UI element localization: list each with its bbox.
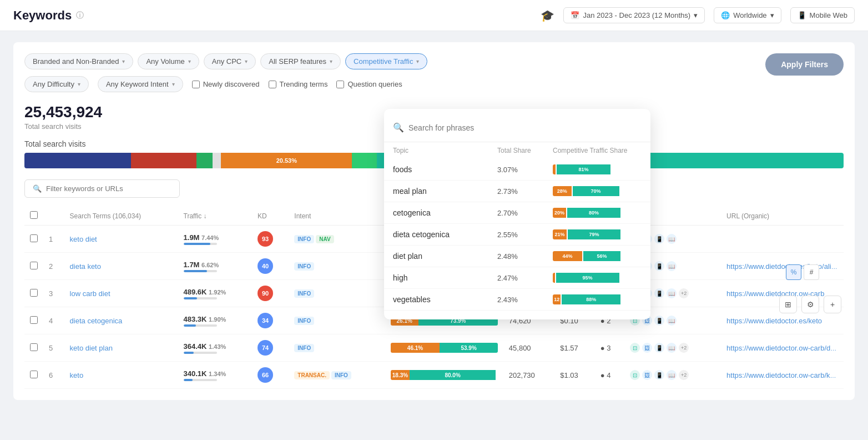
serp-cell: ⊡ 🖼 📱 📖 +2 [624, 334, 721, 362]
url-link[interactable]: https://www.dietdoctor.es/keto [726, 317, 822, 325]
filter-cpc[interactable]: Any CPC ▾ [204, 53, 256, 69]
nav-icon[interactable]: 🎓 [541, 9, 554, 22]
filter-difficulty[interactable]: Any Difficulty ▾ [24, 76, 89, 92]
traffic-cell: 340.1K 1.34% [178, 362, 253, 389]
filter-serp[interactable]: All SERP features ▾ [260, 53, 341, 69]
settings-button[interactable]: ⚙ [801, 296, 819, 313]
keyword-link[interactable]: keto [70, 371, 84, 379]
dropdown-item[interactable]: diet plan 2.48% 44% 56% [384, 246, 650, 267]
checkbox-newly-discovered[interactable]: Newly discovered [192, 80, 260, 88]
export-excel-button[interactable]: ⊞ [779, 296, 797, 313]
serp-icon-3: 📱 [654, 261, 664, 271]
kd-badge: 93 [258, 231, 273, 247]
apply-filters-button[interactable]: Apply Filters [765, 53, 844, 76]
dropdown-item[interactable]: vegetables 2.43% 12 88% [384, 289, 650, 311]
serp-icons: ⊡ 🖼 📱 📖 +2 [630, 343, 715, 353]
keyword-link[interactable]: dieta cetogenica [70, 317, 123, 325]
row-checkbox[interactable] [30, 234, 38, 242]
dropdown-item[interactable]: cetogenica 2.70% 20% 80% [384, 202, 650, 224]
ct-bar-cyan: 88% [562, 294, 620, 304]
dropdown-item[interactable]: high 2.47% 95% [384, 267, 650, 289]
page-title: Keywords [13, 8, 72, 23]
row-checkbox[interactable] [30, 262, 38, 269]
serp-icon-more: +2 [679, 343, 689, 353]
dropdown-item[interactable]: foods 3.07% 81% [384, 159, 650, 181]
ct-share-bar: 12 88% [553, 294, 630, 304]
plus-icon: + [830, 300, 835, 309]
row-checkbox[interactable] [30, 371, 38, 378]
keyword-link[interactable]: keto diet [70, 235, 97, 243]
select-all-checkbox[interactable] [30, 211, 38, 219]
filter-volume[interactable]: Any Volume ▾ [138, 53, 199, 69]
row-checkbox[interactable] [30, 316, 38, 324]
location-picker[interactable]: 🌐 Worldwide ▾ [714, 7, 781, 23]
col-traffic[interactable]: Traffic ↓ [178, 207, 253, 226]
info-icon[interactable]: ⓘ [76, 11, 84, 21]
total-share: 2.70% [497, 209, 553, 217]
total-share: 2.73% [497, 187, 553, 196]
keyword-link[interactable]: keto diet plan [70, 344, 113, 352]
serp-icon-3: 📱 [654, 370, 664, 380]
serp-icon-more: +2 [679, 288, 689, 298]
percent-toggle-button[interactable]: % [786, 264, 801, 280]
gear-icon: ⚙ [807, 300, 814, 309]
row-number: 2 [43, 253, 64, 280]
url-link[interactable]: https://www.dietdoctor.ow-carb/diet-plan [726, 344, 844, 352]
bar-segment-orange: 20.53% [221, 153, 352, 168]
dropdown-search-input[interactable] [408, 123, 642, 132]
row-number: 1 [43, 226, 64, 253]
traffic-mini-bar [184, 324, 217, 327]
date-picker[interactable]: 📅 Jan 2023 - Dec 2023 (12 Months) ▾ [563, 7, 705, 23]
filter-competitive-traffic[interactable]: Competitive Traffic ▾ [345, 53, 427, 69]
ct-bar-cyan: 70% [573, 186, 619, 196]
add-button[interactable]: + [824, 296, 841, 313]
dropdown-item[interactable]: meal plan 2.73% 28% 70% [384, 181, 650, 202]
filters-row-2: Any Difficulty ▾ Any Keyword Intent ▾ Ne… [24, 76, 844, 92]
topic-name: meal plan [393, 187, 497, 196]
traffic-mini-bar [184, 297, 217, 299]
dropdown-search-container: 🔍 [384, 118, 650, 142]
keyword-search-input[interactable] [46, 184, 171, 193]
keyword-cell: dieta keto [64, 253, 178, 280]
ct-bar: 46.1% 53.9% [391, 343, 498, 353]
intent-cell: TRANSAC.INFO [289, 362, 385, 389]
serp-icon-3: 📱 [654, 343, 664, 353]
dropdown-item[interactable]: dieta cetogenica 2.55% 21% 79% [384, 224, 650, 246]
col-search-terms[interactable]: Search Terms (106,034) [64, 207, 178, 226]
serp-cell: ⊡ 🖼 📱 📖 +2 [624, 362, 721, 389]
col-intent[interactable]: Intent [289, 207, 385, 226]
chevron-down-icon: ▾ [770, 11, 774, 19]
filter-keyword-intent[interactable]: Any Keyword Intent ▾ [98, 76, 183, 92]
ct-share-bar: 81% [553, 164, 630, 174]
intent-badge: INFO [331, 371, 351, 379]
volume-cell: 202,730 [503, 362, 554, 389]
table-row: 6 keto 340.1K 1.34% 66 TRANSAC.INFO 18.3… [24, 362, 844, 389]
checkbox-trending-terms[interactable]: Trending terms [269, 80, 328, 88]
serp-icon-4: 📖 [667, 343, 677, 353]
total-share: 2.55% [497, 231, 553, 239]
topic-name: foods [393, 165, 497, 174]
keyword-link[interactable]: dieta keto [70, 262, 101, 271]
globe-icon: 🌐 [721, 11, 730, 19]
hash-toggle-button[interactable]: # [804, 264, 819, 280]
row-checkbox[interactable] [30, 343, 38, 351]
checkbox-question-queries[interactable]: Question queries [336, 80, 402, 88]
filter-branded[interactable]: Branded and Non-Branded ▾ [24, 53, 133, 69]
col-kd[interactable]: KD [252, 207, 289, 226]
url-cell: https://www.dietdoctor.ow-carb/diet-plan [721, 334, 844, 362]
device-picker[interactable]: 📱 Mobile Web [790, 7, 855, 23]
url-link[interactable]: https://www.dietdoctor.ow-carb/keto [726, 371, 840, 379]
traffic-number: 1.9M 7.44% [184, 233, 247, 242]
row-number: 3 [43, 280, 64, 307]
traffic-cell: 483.3K 1.90% [178, 307, 253, 334]
ct-bar-orange [553, 164, 556, 174]
ct-share-bar: 21% 79% [553, 229, 630, 239]
row-checkbox[interactable] [30, 289, 38, 297]
topic-name: vegetables [393, 295, 497, 304]
ct-share-bar: 95% [553, 273, 630, 283]
intent-cell: INFO [289, 280, 385, 307]
url-link[interactable]: https://www.dietdoctor.es/keto/alimentos [726, 262, 844, 271]
keyword-link[interactable]: low carb diet [70, 289, 110, 298]
ct-bar-orange [553, 273, 555, 283]
ct-bar-orange: 21% [553, 229, 567, 239]
